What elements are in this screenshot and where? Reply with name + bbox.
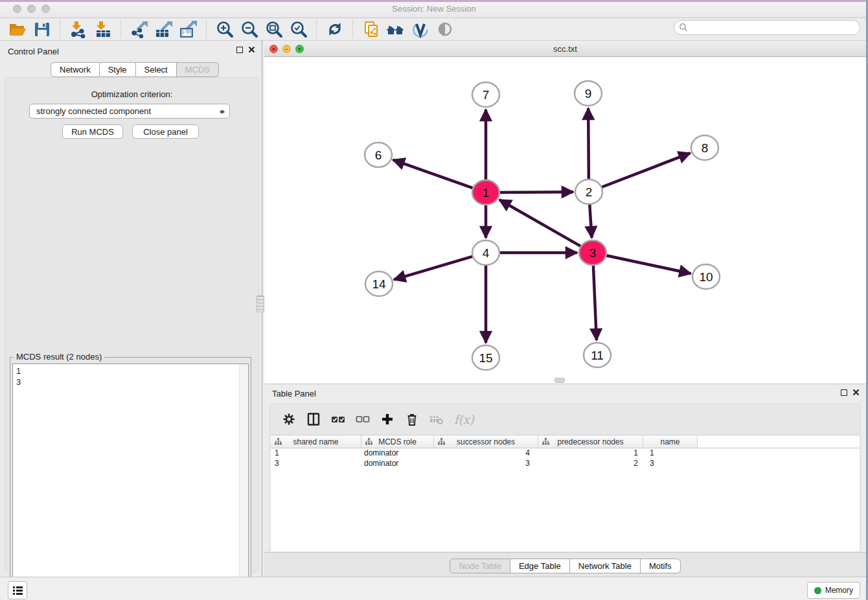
node-label-11: 11 — [591, 349, 604, 362]
cell-successor-nodes: 4 — [434, 448, 538, 459]
task-history-button[interactable] — [8, 581, 27, 599]
edge-2-9[interactable] — [588, 108, 589, 179]
import-network-icon[interactable] — [68, 19, 89, 39]
add-icon[interactable] — [380, 412, 394, 426]
mcds-panel: Optimization criterion: strongly connect… — [5, 77, 259, 573]
table-row[interactable]: 3dominator323 — [271, 459, 860, 469]
column-header-predecessor-nodes[interactable]: predecessor nodes — [538, 435, 643, 448]
network-canvas[interactable]: 7968124314101511 — [264, 57, 866, 384]
zoom-out-icon[interactable] — [239, 19, 260, 39]
optimization-criterion-label: Optimization criterion: — [5, 89, 258, 99]
edge-2-3[interactable] — [589, 204, 591, 238]
home-icon[interactable] — [385, 19, 406, 39]
table-row[interactable]: 1dominator411 — [271, 448, 860, 459]
refresh-icon[interactable] — [325, 19, 345, 39]
tab-network-table[interactable]: Network Table — [570, 559, 641, 573]
edge-1-6[interactable] — [393, 160, 474, 189]
toolbar-separator — [206, 20, 207, 38]
table-panel: Table Panel f(x) shared nameMCDS rolesuc… — [264, 384, 866, 577]
table-panel-body: f(x) shared nameMCDS rolesuccessor nodes… — [269, 404, 861, 553]
network-hscrollbar-thumb[interactable] — [554, 378, 565, 383]
edge-3-10[interactable] — [606, 255, 691, 273]
criterion-dropdown[interactable]: strongly connected component — [29, 104, 230, 119]
close-table-panel-icon[interactable] — [852, 389, 860, 396]
toolbar-separator — [120, 20, 122, 38]
zoom-selected-icon[interactable] — [288, 19, 309, 39]
column-header-MCDS-role[interactable]: MCDS role — [361, 435, 434, 448]
node-label-8: 8 — [702, 141, 709, 155]
column-header-successor-nodes[interactable]: successor nodes — [434, 435, 538, 448]
zoom-in-icon[interactable] — [214, 19, 235, 39]
control-panel: Control Panel NetworkStyleSelectMCDS Opt… — [0, 41, 262, 577]
table-settings-gear-icon[interactable] — [282, 412, 296, 426]
mcds-result-text[interactable]: 13 — [12, 363, 249, 600]
tab-edge-table[interactable]: Edge Table — [510, 559, 570, 573]
node-label-6: 6 — [375, 148, 382, 162]
close-panel-button[interactable]: Close panel — [132, 124, 199, 139]
export-network-icon[interactable] — [129, 19, 150, 39]
save-icon[interactable] — [32, 19, 52, 39]
search-field[interactable] — [674, 20, 860, 35]
table-tabs-bar: Node TableEdge TableNetwork TableMotifs — [264, 552, 866, 577]
zoom-fit-icon[interactable] — [264, 19, 284, 39]
mcds-result-line: 1 — [16, 365, 248, 376]
control-panel-tabs: NetworkStyleSelectMCDS — [51, 62, 219, 77]
close-panel-icon[interactable] — [248, 46, 255, 53]
column-header-filler — [698, 435, 860, 448]
node-label-9: 9 — [585, 87, 592, 100]
edge-2-8[interactable] — [601, 153, 691, 187]
export-image-icon[interactable] — [178, 19, 199, 39]
task-list-icon — [12, 584, 24, 597]
delete-trash-icon[interactable] — [405, 412, 419, 426]
import-table-icon[interactable] — [93, 19, 113, 39]
network-window-titlebar[interactable]: × − + scc.txt — [264, 41, 866, 57]
node-label-2: 2 — [586, 185, 593, 199]
window-titlebar: Session: New Session — [0, 0, 868, 18]
open-folder-icon[interactable] — [7, 19, 28, 39]
table-rows: 1dominator4113dominator323 — [271, 448, 860, 469]
edge-1-2[interactable] — [499, 192, 573, 192]
node-table: shared nameMCDS rolesuccessor nodesprede… — [271, 435, 860, 551]
cell-shared-name: 3 — [271, 459, 361, 469]
tab-select[interactable]: Select — [136, 62, 177, 77]
edge-3-1[interactable] — [499, 200, 582, 246]
run-mcds-button[interactable]: Run MCDS — [62, 124, 123, 139]
network-window-title: scc.txt — [264, 44, 866, 54]
float-panel-icon[interactable] — [236, 47, 243, 53]
tab-mcds[interactable]: MCDS — [177, 62, 219, 77]
deselect-all-icon[interactable] — [356, 412, 370, 426]
cell-name: 3 — [643, 459, 698, 469]
node-label-4: 4 — [483, 246, 490, 260]
v-badge-icon[interactable] — [410, 19, 431, 39]
panel-splitter-handle[interactable] — [257, 295, 264, 312]
select-all-icon[interactable] — [331, 412, 345, 426]
table-header-row: shared nameMCDS rolesuccessor nodesprede… — [271, 435, 860, 448]
node-label-7: 7 — [483, 88, 490, 102]
memory-button[interactable]: Memory — [807, 582, 860, 599]
edge-3-11[interactable] — [593, 265, 597, 340]
table-toolbar: f(x) — [270, 404, 860, 434]
toolbar-separator — [316, 20, 317, 38]
control-panel-title: Control Panel — [8, 47, 59, 56]
search-input[interactable] — [689, 23, 853, 33]
show-details-eye-icon[interactable] — [435, 19, 455, 39]
column-header-name[interactable]: name — [643, 435, 698, 448]
export-table-icon[interactable] — [154, 19, 174, 39]
edge-4-14[interactable] — [394, 256, 474, 279]
tab-motifs[interactable]: Motifs — [641, 559, 681, 573]
show-columns-icon[interactable] — [306, 412, 321, 426]
clone-network-icon[interactable] — [361, 19, 382, 39]
node-label-15: 15 — [479, 351, 492, 365]
tab-style[interactable]: Style — [100, 62, 136, 77]
table-panel-title: Table Panel — [272, 389, 316, 398]
mcds-result-line: 3 — [16, 376, 248, 387]
float-table-panel-icon[interactable] — [841, 389, 847, 396]
cell-MCDS-role: dominator — [361, 459, 434, 469]
memory-status-icon — [814, 587, 821, 594]
column-header-shared-name[interactable]: shared name — [271, 435, 361, 448]
delete-table-icon — [429, 412, 444, 426]
mcds-result-scrollbar[interactable] — [239, 364, 248, 600]
tab-node-table[interactable]: Node Table — [450, 559, 510, 573]
tab-network[interactable]: Network — [51, 62, 100, 77]
function-builder-icon: f(x) — [454, 413, 474, 426]
